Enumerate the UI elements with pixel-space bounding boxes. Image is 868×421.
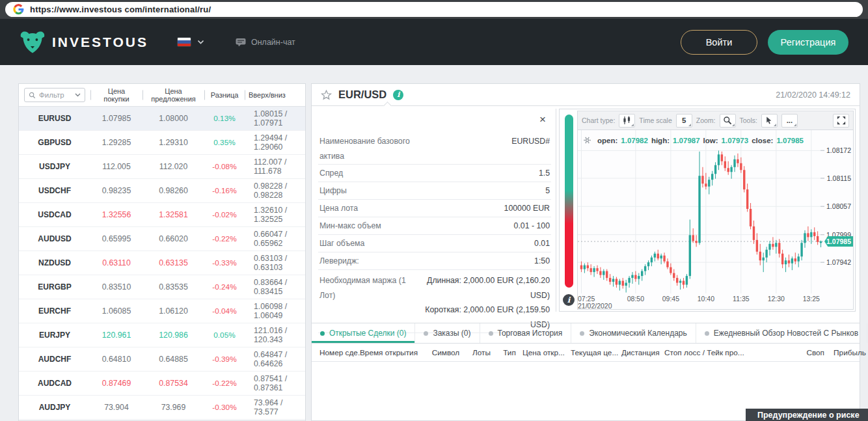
positions-column-header: Лоты	[467, 348, 496, 357]
time-tick-label: 12:30	[768, 295, 785, 303]
price-axis: 1.081721.081151.080571.079991.079421.079…	[824, 130, 853, 293]
filter-dropdown[interactable]: Фильтр	[24, 88, 85, 102]
positions-tabs: Открытые Сделки (0)Заказы (0)Торговая Ис…	[312, 323, 860, 344]
price-tick-label: 1.08057	[826, 202, 851, 210]
watchlist-header: Фильтр Цена покупкиЦена предложенияРазни…	[19, 84, 305, 107]
address-bar[interactable]: https://www.investous com/international/…	[5, 2, 863, 17]
magnifier-icon	[723, 116, 732, 125]
tools-label: Tools:	[740, 116, 757, 124]
positions-column-header: Стоп лосс / Тейк про...	[664, 348, 794, 357]
column-header: Цена покупки	[90, 87, 142, 103]
chart-panel: i Chart type: Time scale 5 Zoom: Tools:	[559, 109, 856, 312]
watchlist-row-eurgbp[interactable]: EURGBP0.835100.83535-0.24%0.83664 / 0.83…	[19, 275, 305, 299]
filter-placeholder: Фильтр	[39, 91, 72, 99]
positions-column-header: Цена откр...	[522, 348, 571, 357]
time-axis: 07:2521/02/202008:5009:4510:4011:3512:30…	[578, 293, 824, 309]
column-header: Цена предложения	[142, 87, 204, 103]
watchlist-row-audchf[interactable]: AUDCHF0.648100.64885-0.39%0.64847 / 0.64…	[19, 347, 305, 372]
asset-details-panel: × Наименование базового активаEURUSD#Спр…	[318, 110, 551, 333]
price-tick-label: 1.08172	[826, 146, 851, 154]
tab-dot-icon	[424, 331, 428, 336]
browser-url-bar: https://www.investous com/international/…	[0, 0, 868, 19]
zoom-button[interactable]	[720, 114, 736, 128]
chat-label: Онлайн-чат	[251, 38, 295, 47]
brand-name: INVESTOUS	[52, 34, 148, 50]
buyers-sellers-sentiment-bar	[565, 115, 573, 288]
detail-row: Наименование базового активаEURUSD#	[318, 131, 551, 165]
search-icon	[29, 92, 36, 99]
watchlist-row-eurchf[interactable]: EURCHF1.060851.06120-0.04%1.06098 / 1.06…	[19, 299, 305, 323]
fullscreen-button[interactable]	[833, 114, 849, 128]
more-tools-button[interactable]: ...	[781, 114, 798, 128]
candlestick-chart[interactable]	[578, 130, 824, 293]
positions-column-header: Дистанция	[621, 348, 664, 357]
time-tick-label: 11:35	[733, 295, 750, 303]
brand-logo[interactable]: INVESTOUS	[20, 30, 148, 54]
positions-panel: Открытые Сделки (0)Заказы (0)Торговая Ис…	[312, 323, 860, 420]
time-tick-label: 09:45	[662, 295, 679, 303]
login-button[interactable]: Войти	[681, 30, 757, 55]
chart-type-label: Chart type:	[582, 116, 615, 124]
watchlist-row-audjpy[interactable]: AUDJPY73.90473.969-0.30%73.964 / 73.577	[19, 396, 305, 420]
language-selector[interactable]	[177, 37, 204, 47]
russia-flag-icon	[177, 37, 191, 47]
bull-logo-icon	[20, 30, 46, 54]
online-chat-link[interactable]: Онлайн-чат	[236, 38, 295, 47]
positions-column-header: Время открытия	[360, 348, 425, 357]
chart-plot-wrap: open:1.07982 high:1.07987 low:1.07973 cl…	[578, 130, 853, 309]
candlestick-icon	[622, 116, 632, 125]
watchlist-row-usdjpy[interactable]: USDJPY112.005112.020-0.08%112.007 / 111.…	[19, 155, 305, 179]
tab-0[interactable]: Открытые Сделки (0)	[312, 323, 415, 343]
tab-4[interactable]: Ежедневный Обзор Новостей С Рынков	[696, 323, 867, 343]
tab-3[interactable]: Экономический Календарь	[571, 323, 696, 343]
chat-bubble-icon	[236, 38, 246, 47]
watchlist-row-audcad[interactable]: AUDCAD0.874690.87534-0.22%0.87541 / 0.87…	[19, 372, 305, 396]
detail-row: Цена лота100000 EUR	[318, 200, 551, 217]
sentiment-info-icon[interactable]: i	[563, 294, 575, 306]
instrument-name-tab[interactable]: EUR/USD	[338, 88, 387, 101]
positions-column-header: Текущая це...	[571, 348, 621, 357]
detail-row: Цифры5	[318, 182, 551, 200]
trading-workspace: EUR/USD i 21/02/2020 14:49:12 × Наименов…	[311, 83, 860, 421]
tab-dot-icon	[489, 331, 493, 336]
active-tab-notch	[383, 102, 392, 110]
url-text: https://www.investous com/international/…	[30, 5, 211, 14]
detail-row: Шаг объема0.01	[318, 235, 551, 252]
price-tick-label: 1.08115	[827, 174, 851, 182]
positions-column-header: Символ	[425, 348, 467, 357]
column-header: Разница	[204, 87, 245, 103]
star-icon[interactable]	[321, 90, 332, 100]
tools-button[interactable]	[761, 114, 778, 128]
time-scale-button[interactable]: 5	[676, 114, 692, 128]
tab-1[interactable]: Заказы (0)	[415, 323, 480, 343]
instrument-header: EUR/USD i 21/02/2020 14:49:12	[312, 84, 860, 106]
register-button[interactable]: Регистрация	[768, 30, 848, 55]
chart-frame: Chart type: Time scale 5 Zoom: Tools:	[577, 111, 854, 310]
watchlist-row-audusd[interactable]: AUDUSD0.659950.66020-0.22%0.66047 / 0.65…	[19, 227, 305, 251]
detail-row: Леверидж:1:50	[318, 252, 551, 270]
watchlist-row-gbpusd[interactable]: GBPUSD1.292851.293100.35%1.29494 / 1.290…	[19, 131, 305, 155]
zoom-label: Zoom:	[696, 116, 716, 124]
column-header: Вверх/вниз	[245, 87, 305, 103]
watchlist-row-nzdusd[interactable]: NZDUSD0.631100.63135-0.33%0.63103 / 0.63…	[19, 251, 305, 275]
watchlist-row-eurjpy[interactable]: EURJPY120.961120.9860.05%121.016 / 120.3…	[19, 323, 305, 347]
watchlist-row-eurusd[interactable]: EURUSD1.079851.080000.13%1.08015 / 1.079…	[19, 107, 305, 131]
tab-2[interactable]: Торговая История	[480, 323, 572, 343]
tab-dot-icon	[320, 331, 325, 336]
positions-column-header: Прибыль	[824, 348, 866, 357]
current-price-badge: 1.07985	[824, 236, 853, 247]
time-tick-label: 08:50	[627, 295, 644, 303]
asset-details-rows: Наименование базового активаEURUSD#Спред…	[318, 131, 551, 333]
time-tick-label: 10:40	[698, 295, 714, 303]
close-icon[interactable]: ×	[539, 114, 546, 125]
info-icon[interactable]: i	[393, 90, 403, 100]
chart-type-button[interactable]	[619, 114, 635, 128]
risk-warning-banner[interactable]: Предупреждение о риске	[746, 409, 868, 421]
watchlist-row-usdchf[interactable]: USDCHF0.982350.98260-0.16%0.98228 / 0.98…	[19, 179, 305, 203]
price-tick-label: 1.07942	[826, 258, 851, 266]
watchlist-row-usdcad[interactable]: USDCAD1.325561.32581-0.02%1.32610 / 1.32…	[19, 203, 305, 227]
chevron-down-icon	[197, 40, 204, 45]
detail-row: Спред1.5	[318, 165, 551, 182]
time-scale-label: Time scale	[639, 116, 671, 124]
detail-row: Мин-макс объем0.01 - 100	[318, 217, 551, 235]
